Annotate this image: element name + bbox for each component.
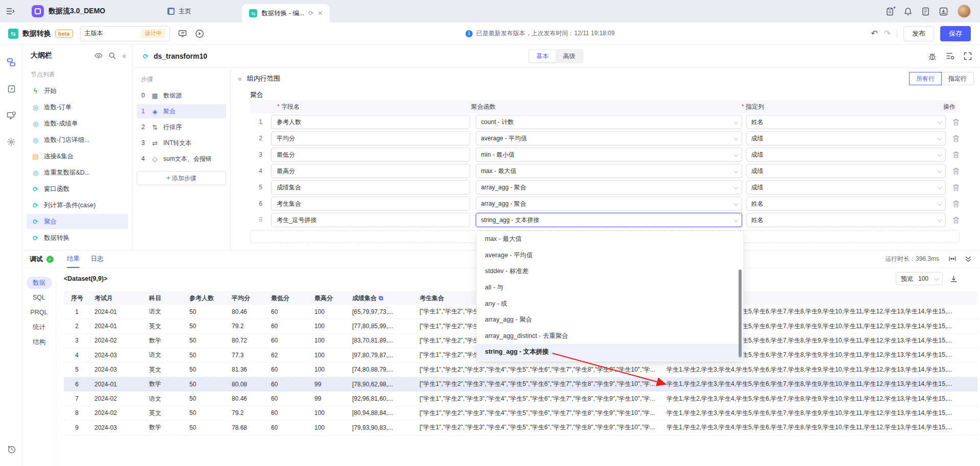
node-list-item[interactable]: 数据转换: [27, 230, 128, 246]
node-list-item[interactable]: 连接&集合: [27, 149, 128, 164]
preview-monitor-icon[interactable]: [178, 30, 187, 38]
settings-gear-icon[interactable]: [0, 132, 22, 152]
agg-func-select[interactable]: array_agg - 聚合: [476, 197, 742, 211]
field-name-input[interactable]: 平均分: [271, 131, 470, 145]
dropdown-option[interactable]: string_agg - 文本拼接: [477, 344, 743, 360]
workspace-chip[interactable]: 数据流3.0_DEMO: [32, 5, 105, 17]
inbox-download-icon[interactable]: [939, 7, 948, 16]
publish-button[interactable]: 发布: [903, 26, 934, 41]
node-list-item[interactable]: 窗口函数: [27, 181, 128, 197]
table-row[interactable]: 9 2024-03 数学 50 78.68 60 100 [79,93,90,8…: [64, 421, 977, 435]
download-icon[interactable]: [950, 275, 958, 283]
fullscreen-icon[interactable]: [964, 52, 972, 61]
step-item[interactable]: 4 sum文本、会报错: [137, 152, 226, 166]
step-item[interactable]: 1 聚合: [137, 104, 226, 118]
search-icon[interactable]: [109, 52, 116, 59]
save-button[interactable]: 保存: [940, 26, 971, 41]
table-row[interactable]: 5 2024-03 英文 50 81.36 60 100 [74,80,88,7…: [64, 363, 977, 377]
target-column-select[interactable]: 姓名: [746, 115, 946, 129]
field-name-input[interactable]: 成绩集合: [271, 180, 470, 194]
agg-func-select[interactable]: string_agg - 文本拼接: [476, 213, 742, 227]
tab-home[interactable]: 主页: [160, 7, 198, 16]
sidebar-menu-icon[interactable]: [0, 8, 20, 15]
step-item[interactable]: 2 行排序: [137, 120, 226, 134]
debug-tab[interactable]: 结果: [67, 251, 80, 268]
result-view-tab[interactable]: 数据: [27, 277, 52, 289]
dropdown-option[interactable]: max - 最大值: [477, 231, 743, 248]
undo-icon[interactable]: ↶: [871, 29, 877, 38]
preview-count-select[interactable]: 预览 100: [896, 272, 943, 285]
dropdown-option[interactable]: all - 与: [477, 280, 743, 296]
target-column-select[interactable]: 成绩: [746, 164, 946, 178]
dropdown-option[interactable]: array_agg - 聚合: [477, 312, 743, 328]
dropdown-option[interactable]: stddev - 标准差: [477, 263, 743, 280]
target-column-select[interactable]: 姓名: [746, 213, 946, 227]
drag-handle[interactable]: ⠿: [250, 216, 271, 224]
delete-row-icon[interactable]: [952, 184, 960, 191]
target-column-select[interactable]: 成绩: [746, 131, 946, 145]
field-name-input[interactable]: 最高分: [271, 164, 470, 178]
agg-func-select[interactable]: array_agg - 聚合: [476, 180, 742, 194]
node-list-item[interactable]: 造数-门店详细...: [27, 132, 128, 148]
tab-data-transform[interactable]: ⇆ 数据转换 - 编... ⟳ ✕: [242, 4, 330, 22]
agg-func-select[interactable]: max - 最大值: [476, 164, 742, 178]
row-mode-button[interactable]: 所有行: [909, 72, 942, 85]
node-list-item[interactable]: 造重复数据&D...: [27, 165, 128, 180]
user-avatar[interactable]: [958, 5, 971, 18]
delete-row-icon[interactable]: [952, 135, 960, 142]
field-name-input[interactable]: 最低分: [271, 148, 470, 162]
redo-icon[interactable]: ↷: [884, 29, 891, 38]
version-select[interactable]: 主版本 设计中: [80, 26, 170, 41]
notification-bell-icon[interactable]: [904, 7, 912, 16]
delete-row-icon[interactable]: [952, 151, 960, 159]
view-mode-tab[interactable]: 基本: [529, 50, 556, 62]
result-view-tab[interactable]: SQL: [27, 291, 52, 304]
target-column-select[interactable]: 姓名: [746, 197, 946, 211]
collapse-config-icon[interactable]: «: [238, 75, 242, 83]
node-list-item[interactable]: 列计算-条件(case): [27, 198, 128, 213]
eye-icon[interactable]: [94, 53, 103, 59]
tab-refresh-icon[interactable]: ⟳: [308, 10, 313, 17]
dropdown-option[interactable]: array_agg_distinct - 去重聚合: [477, 328, 743, 345]
delete-row-icon[interactable]: [952, 118, 960, 126]
node-list-item[interactable]: 造数-订单: [27, 100, 128, 115]
debug-bug-icon[interactable]: [928, 52, 937, 61]
history-clock-icon[interactable]: [0, 439, 22, 459]
table-row[interactable]: 6 2024-01 数学 50 80.08 60 99 [78,90,62,98…: [64, 377, 977, 391]
tab-close-icon[interactable]: ✕: [317, 10, 323, 17]
target-column-select[interactable]: 成绩: [746, 148, 946, 162]
node-list-item[interactable]: 开始: [27, 83, 128, 99]
delete-row-icon[interactable]: [952, 216, 960, 224]
dropdown-option[interactable]: average - 平均值: [477, 248, 743, 264]
result-view-tab[interactable]: 结构: [27, 336, 52, 348]
field-name-input[interactable]: 考生_逗号拼接: [271, 213, 470, 227]
delete-row-icon[interactable]: [952, 167, 960, 175]
collapse-outline-icon[interactable]: «: [122, 52, 126, 60]
table-row[interactable]: 8 2024-02 英文 50 79.2 60 100 [80,94,88,84…: [64, 406, 977, 421]
dropdown-scrollbar[interactable]: [739, 269, 742, 357]
expand-cell-icon[interactable]: ⧉: [379, 295, 383, 302]
step-item[interactable]: 3 INT转文本: [137, 136, 226, 150]
collapse-panel-icon[interactable]: [965, 256, 972, 262]
field-name-input[interactable]: 参考人数: [271, 115, 470, 129]
resize-panel-icon[interactable]: [948, 256, 957, 262]
agg-func-select[interactable]: count - 计数: [476, 115, 742, 129]
monitor-nav-icon[interactable]: [0, 105, 22, 126]
agg-func-select[interactable]: average - 平均值: [476, 131, 742, 145]
document-icon[interactable]: [922, 7, 929, 16]
clipboard-icon[interactable]: ✦: [886, 7, 894, 16]
add-step-button[interactable]: + 添加步骤: [137, 171, 226, 185]
result-view-tab[interactable]: PRQL: [27, 306, 52, 318]
run-play-icon[interactable]: [195, 29, 204, 38]
node-list-item[interactable]: 聚合: [27, 214, 128, 229]
flow-nav-icon[interactable]: [0, 52, 22, 72]
debug-tab[interactable]: 日志: [91, 251, 104, 268]
agg-func-select[interactable]: min - 最小值: [476, 148, 742, 162]
dropdown-option[interactable]: any - 或: [477, 296, 743, 312]
target-column-select[interactable]: 成绩: [746, 180, 946, 194]
power-nav-icon[interactable]: [0, 79, 22, 99]
result-view-tab[interactable]: 统计: [27, 321, 52, 333]
view-mode-tab[interactable]: 高级: [556, 50, 582, 62]
row-mode-button[interactable]: 指定行: [942, 72, 974, 85]
delete-row-icon[interactable]: [952, 200, 960, 208]
